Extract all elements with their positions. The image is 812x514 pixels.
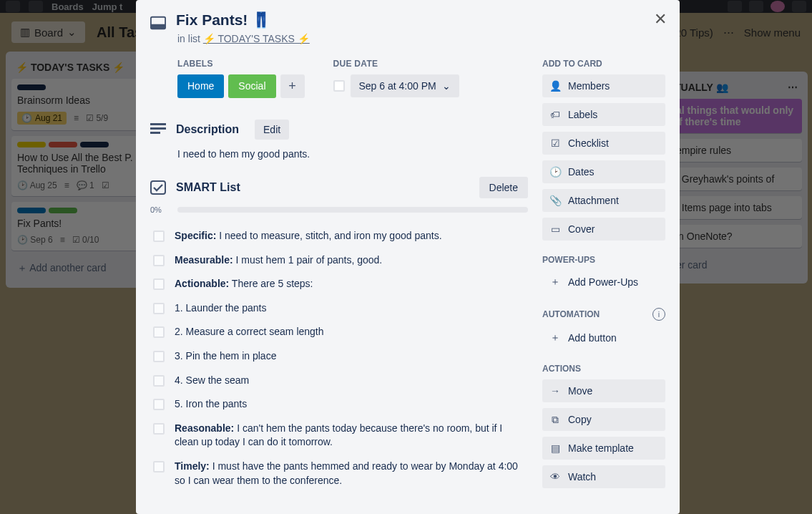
svg-rect-4 bbox=[150, 132, 160, 134]
checklist-item-text: 2. Measure a correct seam length bbox=[175, 325, 324, 339]
delete-checklist-button[interactable]: Delete bbox=[479, 177, 528, 198]
checklist-title[interactable]: SMART List bbox=[176, 181, 469, 194]
svg-rect-1 bbox=[151, 24, 165, 29]
actions-heading: ACTIONS bbox=[542, 364, 665, 374]
checklist-item-text: Reasonable: I can't hem the pants today … bbox=[175, 422, 528, 450]
arrow-right-icon: → bbox=[549, 385, 561, 397]
checklist-item-checkbox[interactable] bbox=[153, 399, 165, 410]
checklist-item-text: Specific: I need to measure, stitch, and… bbox=[175, 229, 442, 243]
description-text[interactable]: I need to hem my good pants. bbox=[177, 148, 528, 160]
label-home[interactable]: Home bbox=[177, 74, 224, 98]
chevron-down-icon: ⌄ bbox=[442, 80, 451, 92]
checklist-item-checkbox[interactable] bbox=[153, 461, 165, 472]
clock-icon: 🕑 bbox=[549, 166, 561, 178]
make-template-button[interactable]: ▤Make template bbox=[542, 437, 665, 460]
checklist-item[interactable]: Reasonable: I can't hem the pants today … bbox=[150, 417, 528, 455]
card-title[interactable]: Fix Pants! 👖 bbox=[176, 11, 270, 29]
checklist-button[interactable]: ☑Checklist bbox=[542, 132, 665, 155]
copy-icon: ⧉ bbox=[549, 414, 561, 425]
due-date-text: Sep 6 at 4:00 PM bbox=[359, 80, 436, 92]
eye-icon: 👁 bbox=[549, 471, 561, 483]
checklist-item[interactable]: Timely: I must have the pants hemmed and… bbox=[150, 455, 528, 493]
add-to-card-heading: ADD TO CARD bbox=[542, 59, 665, 69]
checklist-item-text: 5. Iron the pants bbox=[175, 397, 247, 412]
members-button[interactable]: 👤Members bbox=[542, 74, 665, 97]
add-label-button[interactable]: + bbox=[280, 74, 305, 98]
checklist-item-checkbox[interactable] bbox=[153, 278, 165, 290]
due-complete-checkbox[interactable] bbox=[333, 80, 345, 92]
checklist-item[interactable]: 4. Sew the seam bbox=[150, 369, 528, 393]
card-icon bbox=[150, 16, 166, 30]
attachment-button[interactable]: 📎Attachment bbox=[542, 189, 665, 212]
checklist-item[interactable]: Actionable: There are 5 steps: bbox=[150, 272, 528, 296]
checklist-item[interactable]: 1. Launder the pants bbox=[150, 296, 528, 321]
checklist-item-checkbox[interactable] bbox=[153, 351, 165, 362]
add-powerups-button[interactable]: ＋Add Power-Ups bbox=[542, 271, 665, 294]
automation-heading: AUTOMATION bbox=[542, 309, 600, 319]
checklist-icon bbox=[150, 180, 166, 195]
plus-icon: ＋ bbox=[549, 332, 561, 344]
checklist-item-text: 3. Pin the hem in place bbox=[175, 349, 276, 364]
attachment-icon: 📎 bbox=[549, 195, 561, 206]
labels-button[interactable]: 🏷Labels bbox=[542, 103, 665, 126]
label-social[interactable]: Social bbox=[228, 74, 275, 98]
checklist-item-text: Actionable: There are 5 steps: bbox=[175, 277, 313, 291]
plus-icon: ＋ bbox=[549, 276, 561, 288]
close-icon[interactable]: ✕ bbox=[654, 10, 667, 29]
checklist-item-text: Measurable: I must hem 1 pair of pants, … bbox=[175, 253, 382, 268]
watch-button[interactable]: 👁Watch bbox=[542, 465, 665, 488]
due-heading: DUE DATE bbox=[333, 59, 459, 69]
checklist-item-checkbox[interactable] bbox=[153, 255, 165, 266]
checklist-item[interactable]: 3. Pin the hem in place bbox=[150, 344, 528, 369]
in-list-link[interactable]: ⚡ TODAY'S TASKS ⚡ bbox=[203, 33, 310, 44]
checklist-item[interactable]: 2. Measure a correct seam length bbox=[150, 320, 528, 344]
checklist-item-text: 4. Sew the seam bbox=[175, 374, 249, 388]
progress-percent: 0% bbox=[150, 205, 170, 214]
checklist-item-text: 1. Launder the pants bbox=[175, 301, 266, 316]
description-heading: Description bbox=[176, 123, 239, 136]
in-list-text: in list ⚡ TODAY'S TASKS ⚡ bbox=[177, 33, 665, 44]
card-detail-modal: ✕ Fix Pants! 👖 in list ⚡ TODAY'S TASKS ⚡… bbox=[136, 0, 680, 514]
cover-button[interactable]: ▭Cover bbox=[542, 218, 665, 241]
edit-description-button[interactable]: Edit bbox=[255, 120, 289, 140]
labels-heading: LABELS bbox=[177, 59, 305, 69]
checklist-item[interactable]: Measurable: I must hem 1 pair of pants, … bbox=[150, 248, 528, 273]
checklist-item[interactable]: Specific: I need to measure, stitch, and… bbox=[150, 224, 528, 248]
info-icon[interactable]: i bbox=[652, 308, 665, 321]
checklist-icon: ☑ bbox=[549, 137, 561, 149]
labels-icon: 🏷 bbox=[549, 109, 561, 120]
checklist-item-checkbox[interactable] bbox=[153, 231, 165, 242]
svg-rect-3 bbox=[150, 127, 166, 130]
checklist-item-text: Timely: I must have the pants hemmed and… bbox=[175, 460, 528, 488]
move-button[interactable]: →Move bbox=[542, 379, 665, 402]
cover-icon: ▭ bbox=[549, 223, 561, 235]
svg-rect-2 bbox=[150, 123, 166, 125]
description-icon bbox=[150, 123, 166, 136]
svg-rect-5 bbox=[151, 181, 165, 194]
template-icon: ▤ bbox=[549, 442, 561, 454]
due-date-button[interactable]: Sep 6 at 4:00 PM ⌄ bbox=[351, 74, 459, 97]
progress-bar bbox=[177, 207, 528, 213]
add-automation-button[interactable]: ＋Add button bbox=[542, 326, 665, 349]
powerups-heading: POWER-UPS bbox=[542, 255, 665, 265]
copy-button[interactable]: ⧉Copy bbox=[542, 408, 665, 431]
checklist-item-checkbox[interactable] bbox=[153, 326, 165, 338]
checklist-item[interactable]: 5. Iron the pants bbox=[150, 392, 528, 417]
checklist-item-checkbox[interactable] bbox=[153, 423, 165, 435]
checklist-item-checkbox[interactable] bbox=[153, 303, 165, 314]
checklist-item-checkbox[interactable] bbox=[153, 375, 165, 387]
members-icon: 👤 bbox=[549, 80, 561, 92]
dates-button[interactable]: 🕑Dates bbox=[542, 160, 665, 183]
